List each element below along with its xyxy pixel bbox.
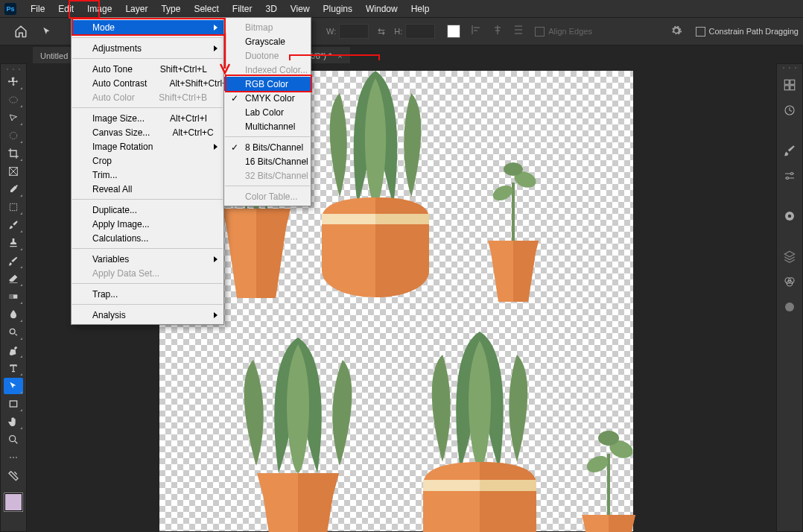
height-field[interactable]: H: xyxy=(394,24,435,39)
svg-point-4 xyxy=(10,132,16,139)
align-edges-checkbox[interactable]: Align Edges xyxy=(535,27,592,37)
eraser-tool[interactable] xyxy=(4,270,23,287)
history-panel-icon[interactable] xyxy=(781,101,799,119)
canvas-artwork xyxy=(231,335,365,532)
menu-filter[interactable]: Filter xyxy=(226,1,259,16)
menu-view[interactable]: View xyxy=(284,1,317,16)
width-field[interactable]: W: xyxy=(326,24,369,39)
menu-image[interactable]: Image xyxy=(80,1,118,16)
svg-rect-27 xyxy=(784,80,789,84)
menu-item-crop[interactable]: Crop xyxy=(72,153,223,168)
menu-item-lab-color[interactable]: Lab Color xyxy=(224,105,311,119)
svg-point-17 xyxy=(504,162,523,176)
svg-point-35 xyxy=(788,215,792,218)
menu-item-image-size[interactable]: Image Size...Alt+Ctrl+I xyxy=(72,111,223,125)
menu-item-auto-tone[interactable]: Auto ToneShift+Ctrl+L xyxy=(72,62,223,76)
menu-window[interactable]: Window xyxy=(359,1,404,16)
menu-3d[interactable]: 3D xyxy=(258,1,283,16)
type-tool[interactable] xyxy=(4,360,23,376)
menu-item-calculations[interactable]: Calculations... xyxy=(72,231,223,245)
canvas-artwork xyxy=(405,332,554,532)
menu-item-canvas-size[interactable]: Canvas Size...Alt+Ctrl+C xyxy=(72,125,223,139)
menu-item-multichannel[interactable]: Multichannel xyxy=(224,119,311,133)
menu-item-cmyk-color[interactable]: ✓CMYK Color xyxy=(224,91,311,105)
menu-item-trap[interactable]: Trap... xyxy=(72,287,223,301)
menu-item-trim[interactable]: Trim... xyxy=(72,168,223,182)
menu-item-image-rotation[interactable]: Image Rotation xyxy=(72,139,223,153)
svg-rect-10 xyxy=(10,401,16,407)
layers-panel-icon[interactable] xyxy=(781,247,799,265)
menu-layer[interactable]: Layer xyxy=(118,1,154,16)
fill-swatch[interactable] xyxy=(447,25,460,38)
menu-item-auto-contrast[interactable]: Auto ContrastAlt+Shift+Ctrl+L xyxy=(72,76,223,90)
dodge-tool[interactable] xyxy=(4,324,23,341)
menu-item-reveal-all[interactable]: Reveal All xyxy=(72,182,223,196)
menu-item-adjustments[interactable]: Adjustments xyxy=(72,41,223,55)
menu-item-mode[interactable]: Mode xyxy=(72,20,223,34)
menu-plugins[interactable]: Plugins xyxy=(317,1,359,16)
menu-file[interactable]: File xyxy=(24,1,51,16)
menu-item-8bit[interactable]: ✓8 Bits/Channel xyxy=(224,140,311,154)
menu-type[interactable]: Type xyxy=(154,1,187,16)
panel-grip-icon[interactable] xyxy=(779,66,800,70)
align-center-icon[interactable] xyxy=(492,24,507,39)
right-panel-dock xyxy=(776,63,803,532)
lasso-tool[interactable] xyxy=(4,110,23,126)
marquee-tool[interactable] xyxy=(4,92,23,108)
tool-preset-picker[interactable] xyxy=(37,22,57,41)
constrain-path-checkbox[interactable]: Constrain Path Dragging xyxy=(696,27,799,37)
home-button[interactable] xyxy=(10,21,31,42)
more-tools[interactable]: ⋯ xyxy=(4,449,23,466)
history-brush-tool[interactable] xyxy=(4,253,23,269)
menu-help[interactable]: Help xyxy=(404,1,437,16)
menu-item-apply-dataset: Apply Data Set... xyxy=(72,266,223,280)
svg-point-21 xyxy=(584,453,611,476)
menu-item-duplicate[interactable]: Duplicate... xyxy=(72,203,223,217)
edit-toolbar[interactable] xyxy=(4,467,23,484)
svg-point-2 xyxy=(19,69,20,70)
menu-item-16bit[interactable]: 16 Bits/Channel xyxy=(224,154,311,168)
distribute-icon[interactable] xyxy=(512,24,527,39)
hand-tool[interactable] xyxy=(4,414,23,430)
foreground-color[interactable] xyxy=(4,493,22,511)
panel-grip-icon[interactable] xyxy=(3,67,24,72)
crop-tool[interactable] xyxy=(4,145,23,162)
menu-item-grayscale[interactable]: Grayscale xyxy=(224,34,311,48)
color-panel-icon[interactable] xyxy=(781,76,799,94)
svg-point-11 xyxy=(10,436,16,442)
move-tool[interactable] xyxy=(4,74,23,90)
paths-panel-icon[interactable] xyxy=(781,298,799,316)
menu-edit[interactable]: Edit xyxy=(51,1,80,16)
stamp-tool[interactable] xyxy=(4,235,23,251)
shape-tool[interactable] xyxy=(4,396,23,412)
menu-item-analysis[interactable]: Analysis xyxy=(72,308,223,322)
channels-panel-icon[interactable] xyxy=(781,273,799,291)
swatches-panel-icon[interactable] xyxy=(781,207,799,225)
pen-tool[interactable] xyxy=(4,342,23,358)
svg-point-33 xyxy=(787,177,789,180)
blur-tool[interactable] xyxy=(4,306,23,323)
gradient-tool[interactable] xyxy=(4,288,23,305)
link-icon[interactable]: ⇆ xyxy=(378,26,385,37)
path-select-tool[interactable] xyxy=(4,378,23,394)
adjustments-panel-icon[interactable] xyxy=(781,167,799,185)
menu-item-apply-image[interactable]: Apply Image... xyxy=(72,217,223,231)
zoom-tool[interactable] xyxy=(4,431,23,448)
brush-tool[interactable] xyxy=(4,217,23,233)
app-logo[interactable]: Ps xyxy=(4,3,16,15)
tab-close-icon[interactable]: × xyxy=(337,51,342,60)
align-left-icon[interactable] xyxy=(471,24,486,39)
healing-tool[interactable] xyxy=(4,199,23,215)
menu-item-variables[interactable]: Variables xyxy=(72,252,223,266)
menu-item-auto-color: Auto ColorShift+Ctrl+B xyxy=(72,90,223,104)
brushes-panel-icon[interactable] xyxy=(781,142,799,159)
mode-submenu: Bitmap Grayscale Duotone Indexed Color..… xyxy=(223,17,311,206)
menu-item-rgb-color[interactable]: RGB Color xyxy=(224,77,311,91)
svg-point-25 xyxy=(789,67,790,69)
frame-tool[interactable] xyxy=(4,163,23,180)
quick-select-tool[interactable] xyxy=(4,127,23,144)
gear-icon[interactable] xyxy=(670,25,682,39)
menu-select[interactable]: Select xyxy=(187,1,225,16)
image-menu-dropdown: Mode Adjustments Auto ToneShift+Ctrl+L A… xyxy=(71,17,224,325)
eyedropper-tool[interactable] xyxy=(4,181,23,197)
